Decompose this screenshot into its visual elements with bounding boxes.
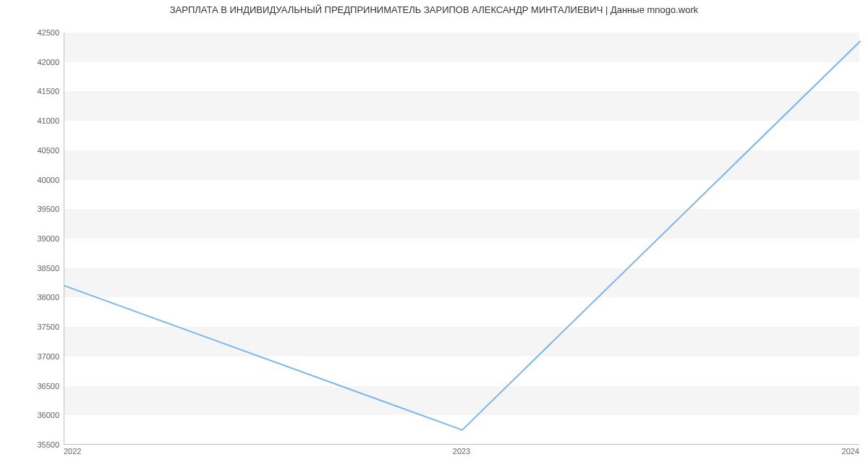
line-layer xyxy=(64,33,859,444)
y-tick-label: 42000 xyxy=(9,58,59,67)
y-tick-label: 41000 xyxy=(9,116,59,125)
y-tick-label: 38000 xyxy=(9,293,59,302)
y-tick-label: 42500 xyxy=(9,28,59,37)
y-tick-label: 40500 xyxy=(9,146,59,155)
y-tick-label: 39500 xyxy=(9,205,59,213)
x-tick-label: 2023 xyxy=(453,447,470,456)
y-tick-label: 37500 xyxy=(9,322,59,331)
y-tick-label: 36000 xyxy=(9,411,59,419)
y-tick-label: 39000 xyxy=(9,234,59,243)
series-line xyxy=(64,41,860,430)
x-tick-label: 2024 xyxy=(842,447,859,456)
chart-container: ЗАРПЛАТА В ИНДИВИДУАЛЬНЫЙ ПРЕДПРИНИМАТЕЛ… xyxy=(0,0,868,470)
y-tick-label: 41500 xyxy=(9,87,59,95)
y-tick-label: 36500 xyxy=(9,382,59,390)
plot-area xyxy=(64,33,859,445)
chart-title: ЗАРПЛАТА В ИНДИВИДУАЛЬНЫЙ ПРЕДПРИНИМАТЕЛ… xyxy=(0,4,868,15)
x-tick-label: 2022 xyxy=(64,447,81,456)
y-tick-label: 40000 xyxy=(9,176,59,184)
y-tick-label: 37000 xyxy=(9,352,59,361)
y-tick-label: 38500 xyxy=(9,264,59,273)
y-tick-label: 35500 xyxy=(9,440,59,449)
